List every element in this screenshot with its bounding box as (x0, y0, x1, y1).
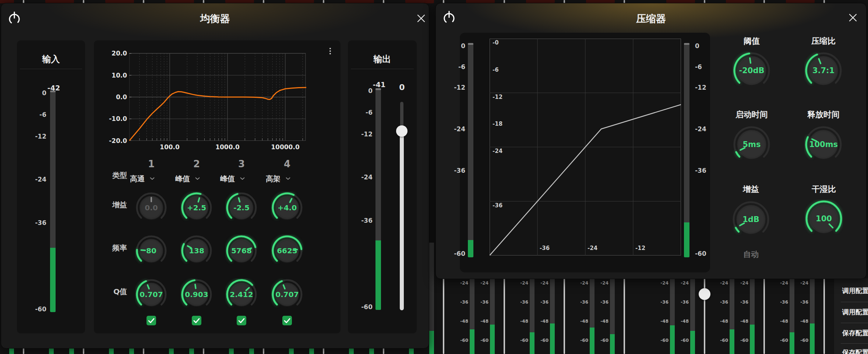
meter-scale-label: -24 (440, 126, 465, 132)
comp-y-label: -6 (493, 67, 499, 73)
makeup-gain-knob[interactable]: 1dB (732, 200, 770, 239)
knob-label-attack: 启动时间 (735, 109, 768, 120)
ratio-knob[interactable]: 3.7:1 (804, 51, 843, 90)
eq-x-tick: 100.0 (151, 144, 188, 150)
mixer-scale-label: -48 (654, 319, 668, 323)
comp-x-label: -36 (540, 246, 550, 251)
slider-track-lower[interactable] (400, 131, 404, 310)
band-q-knob[interactable]: 0.707 (271, 278, 303, 311)
close-icon[interactable] (416, 14, 426, 23)
eq-x-tick: 10000.0 (267, 144, 304, 150)
band-q-knob[interactable]: 0.903 (180, 278, 213, 311)
knob-label-threshold: 阈值 (744, 36, 760, 47)
band-gain-knob[interactable]: -2.5 (225, 192, 258, 224)
band-type-dropdown[interactable]: 高通 (130, 173, 178, 184)
release-knob[interactable]: 100ms (804, 125, 843, 164)
knob-value: 2.412 (225, 290, 258, 299)
band-freq-knob[interactable]: 6623 (271, 235, 303, 267)
mixer-scale-label: -60 (474, 338, 488, 343)
background-buttons-panel: 调用配置1调用配置2保存配置1保存配置2 (834, 278, 868, 354)
row-label-type: 类型 (83, 171, 127, 180)
preset-button[interactable]: 调用配置1 (842, 286, 868, 295)
band-gain-knob[interactable]: +4.0 (271, 192, 303, 224)
band-enable-checkbox[interactable] (192, 316, 201, 325)
meter-level-green (50, 248, 56, 312)
band-number: 4 (284, 158, 290, 169)
knob-value: +4.0 (271, 203, 303, 212)
row-label-freq: 频率 (83, 243, 127, 253)
knob-value: 100 (805, 214, 843, 223)
mixer-meter-level (550, 323, 555, 354)
window-title: 均衡器 (1, 12, 429, 25)
band-freq-knob[interactable]: 138 (180, 235, 213, 267)
band-enable-checkbox[interactable] (282, 316, 292, 325)
mixer-scale-label: -36 (574, 300, 588, 304)
band-type-dropdown[interactable]: 峰值 (220, 173, 268, 184)
menu-dots-icon[interactable] (327, 47, 333, 58)
mixer-scale-label: -24 (713, 281, 728, 285)
eq-y-tick: 0.0 (100, 94, 127, 100)
knob-value: 5768 (225, 246, 258, 255)
band-gain-knob[interactable]: 0.0 (135, 192, 167, 224)
mixer-scale-label: -60 (734, 338, 748, 343)
knob-value: 3.7:1 (804, 66, 843, 75)
meter-scale-label: 0 (21, 90, 46, 96)
attack-knob[interactable]: 5ms (733, 125, 771, 164)
mixer-meter-level (530, 332, 534, 354)
output-gain-value: 0 (399, 83, 405, 92)
band-q-knob[interactable]: 2.412 (225, 278, 258, 311)
meter-scale-label: -12 (440, 85, 465, 91)
mixer-scale-label: -60 (773, 338, 788, 343)
mixer-scale-label: -24 (734, 281, 748, 285)
input-header: 输入 (17, 53, 85, 65)
mixer-scale-label: -36 (654, 300, 668, 304)
band-number: 1 (148, 158, 155, 169)
band-enable-checkbox[interactable] (237, 316, 246, 325)
band-type-dropdown[interactable]: 峰值 (175, 173, 223, 184)
mixer-meter-level (750, 325, 755, 354)
eq-x-tick: 1000.0 (209, 144, 246, 150)
band-q-knob[interactable]: 0.707 (135, 278, 167, 311)
meter-scale-label: -36 (347, 217, 373, 224)
meter-level-green (468, 240, 473, 257)
auto-gain-toggle[interactable]: 自动 (743, 249, 759, 260)
mixer-fader-knob[interactable] (699, 288, 710, 300)
meter-scale-label: -24 (21, 176, 46, 183)
meter-scale-label: -60 (21, 306, 46, 312)
band-type-value: 峰值 (220, 174, 235, 184)
preset-button[interactable]: 保存配置1 (842, 329, 868, 337)
divider (351, 69, 414, 69)
knob-value: 6623 (271, 246, 303, 255)
slider-thumb[interactable] (396, 125, 407, 137)
band-enable-checkbox[interactable] (147, 316, 156, 325)
eq-y-tick: -20.0 (100, 137, 127, 144)
meter-scale-label: -6 (347, 109, 373, 115)
mixer-scale-label: -60 (713, 338, 728, 343)
mixer-scale-label: -48 (734, 319, 748, 323)
band-freq-knob[interactable]: 5768 (225, 235, 258, 267)
comp-transfer-graph (490, 39, 681, 255)
meter-scale-label: -12 (21, 133, 46, 139)
preset-button[interactable]: 保存配置2 (842, 348, 868, 354)
mixer-scale-label: -36 (534, 300, 548, 304)
mixer-meter-level (490, 325, 495, 354)
comp-y-label: -36 (493, 203, 502, 208)
divider (20, 69, 82, 69)
mixer-scale-label: -48 (713, 319, 728, 323)
eq-y-tick: -10.0 (100, 116, 127, 122)
meter-scale-label: -36 (21, 219, 46, 226)
band-type-dropdown[interactable]: 高架 (266, 173, 314, 184)
comp-y-label: -18 (493, 121, 502, 127)
band-gain-knob[interactable]: +2.5 (180, 192, 213, 224)
band-freq-knob[interactable]: 80 (135, 235, 167, 267)
eq-y-tick: 20.0 (100, 50, 127, 57)
close-icon[interactable] (848, 13, 858, 22)
knob-value: 138 (180, 246, 213, 255)
chevron-down-icon (240, 177, 245, 180)
threshold-knob[interactable]: -20dB (733, 51, 771, 90)
meter-scale-label: -24 (695, 126, 706, 132)
mixer-scale-label: -48 (574, 319, 588, 323)
preset-button[interactable]: 调用配置2 (842, 308, 868, 317)
dry-wet-knob[interactable]: 100 (805, 200, 843, 238)
mixer-scale-label: -24 (594, 281, 608, 285)
